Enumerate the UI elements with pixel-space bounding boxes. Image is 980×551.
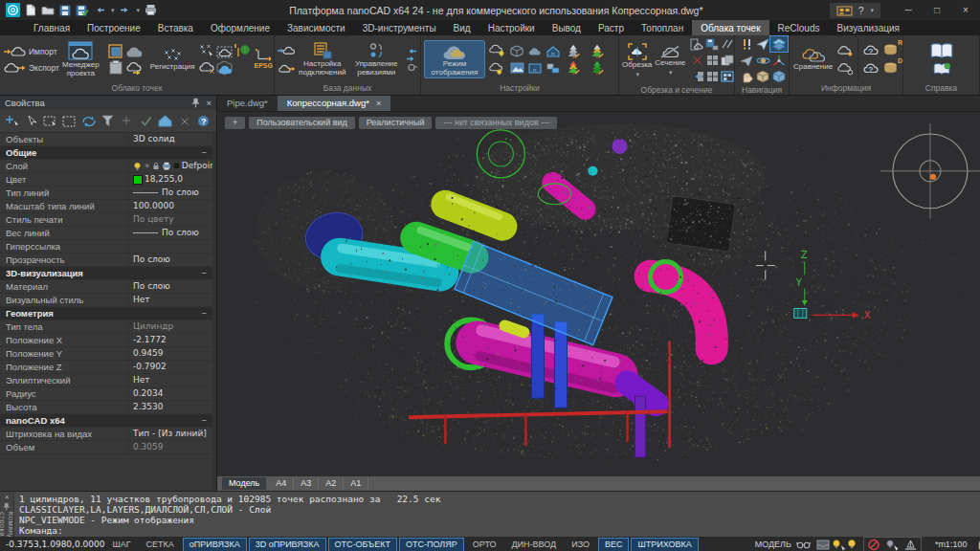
db-d-icon[interactable]: D (882, 61, 900, 77)
collapse-icon[interactable]: − (201, 146, 212, 159)
property-value[interactable]: По слою (128, 187, 212, 199)
status-toggle-ШАГ[interactable]: ШАГ (105, 538, 137, 551)
property-value[interactable]: 0.2034 (128, 387, 212, 400)
ribbon-tab-9[interactable]: Растр (590, 20, 633, 35)
status-toggle-СЕТКА[interactable]: СЕТКА (140, 538, 181, 551)
cloud-solid-icon[interactable] (125, 44, 143, 59)
collapse-icon[interactable]: − (201, 414, 212, 427)
new-file-icon[interactable] (25, 4, 36, 16)
no-entry-icon[interactable] (866, 538, 882, 551)
ribbon-tab-8[interactable]: Вывод (544, 20, 590, 35)
tree-rainbow-icon[interactable] (589, 44, 606, 59)
undo-icon[interactable] (94, 6, 105, 14)
pin-icon[interactable] (191, 98, 200, 108)
status-toggle-ОТС-ОБЪЕКТ[interactable]: ОТС-ОБЪЕКТ (328, 538, 397, 551)
save-icon[interactable] (59, 5, 71, 16)
property-value[interactable]: -0.7902 (128, 361, 212, 373)
property-row[interactable]: Гиперссылка (0, 240, 212, 253)
property-row[interactable]: МатериалПо слою (0, 280, 212, 294)
print-icon[interactable] (145, 5, 157, 15)
help-icon[interactable]: ? (858, 5, 864, 16)
status-toggle-ОРТО[interactable]: ОРТО (466, 538, 503, 551)
pan-hand-icon[interactable] (738, 69, 755, 84)
cursor-bulb-icon[interactable] (832, 538, 846, 551)
compare-button[interactable]: Сравнение (792, 47, 834, 72)
property-section[interactable]: nanoCAD x64− (0, 414, 212, 428)
status-toggle-оПРИВЯЗКА[interactable]: оПРИВЯЗКА (183, 538, 247, 551)
layers-icon[interactable] (770, 36, 788, 52)
tree-gray-icon[interactable] (565, 44, 582, 59)
ribbon-tab-0[interactable]: Главная (25, 20, 78, 35)
sheet-tab-model[interactable]: Модель (222, 477, 266, 490)
sel-rect-icon[interactable] (42, 113, 58, 129)
mini-cloud-icon[interactable] (526, 44, 544, 59)
property-row[interactable]: ПрозрачностьПо слою (0, 253, 212, 267)
tree-green-icon[interactable] (589, 60, 606, 76)
cloud-dot2-icon[interactable] (836, 61, 854, 77)
cloud-bulb-icon[interactable] (488, 43, 505, 58)
annotation-scale[interactable]: *m1:100 (935, 540, 968, 549)
cloud-db-out-icon[interactable] (278, 61, 295, 77)
win-grid-icon[interactable] (719, 69, 736, 84)
cube-iso-icon[interactable] (754, 69, 771, 84)
clip-frame-icon[interactable] (107, 44, 124, 59)
dim-cross-icon[interactable] (119, 113, 135, 129)
property-value[interactable]: 0.3059 (128, 441, 212, 453)
display-mode-button[interactable]: Режим отображения (424, 40, 485, 78)
ribbon-tab-11[interactable]: Облака точек (692, 20, 768, 35)
property-row[interactable]: Положение X-2.1772 (0, 334, 212, 347)
crop-button[interactable]: Обрезка ▾ (622, 43, 652, 77)
bulb-icon[interactable] (846, 538, 858, 551)
property-value[interactable]: По слою (128, 253, 212, 266)
property-row[interactable]: Объем0.3059 (0, 441, 212, 454)
tiny-cycle-icon[interactable] (406, 63, 417, 72)
property-value[interactable] (128, 240, 212, 253)
property-row[interactable]: Радиус0.2034 (0, 387, 212, 401)
property-section[interactable]: Общие− (0, 146, 212, 160)
property-row[interactable]: Тип телаЦилиндр (0, 320, 212, 334)
property-value[interactable]: По слою (128, 280, 212, 293)
plane-icon[interactable] (754, 36, 771, 52)
collapse-icon[interactable]: − (201, 267, 212, 279)
command-history[interactable]: 1 цилиндров, 11 участков трубопровода и … (14, 492, 980, 537)
view-name-button[interactable]: Пользовательский вид (249, 117, 354, 129)
db-r-icon[interactable]: R (882, 43, 900, 58)
mini-house-icon[interactable]: n (545, 44, 562, 59)
cube-iso2-icon[interactable] (770, 69, 788, 84)
toolbox-icon[interactable] (836, 5, 853, 16)
property-value[interactable]: Нет (128, 294, 212, 306)
ribbon-tab-5[interactable]: 3D-инструменты (354, 20, 445, 35)
status-toggle-3D оПРИВЯЗКА[interactable]: 3D оПРИВЯЗКА (249, 538, 326, 551)
redo-dropdown-icon[interactable]: ▾ (137, 7, 141, 14)
status-toggle-ШТРИХОВКА[interactable]: ШТРИХОВКА (631, 538, 698, 551)
property-row[interactable]: Объекты3D солид (0, 133, 212, 146)
help-book-icon[interactable] (929, 42, 954, 60)
pin-command-icon[interactable] (3, 502, 11, 511)
minimize-button[interactable]: ─ (894, 5, 923, 15)
ribbon-tab-4[interactable]: Зависимости (278, 20, 354, 35)
property-row[interactable]: ЭллиптическийНет (0, 374, 212, 387)
plane2-icon[interactable] (738, 53, 755, 68)
sheet-tab-A4[interactable]: A4 (269, 477, 294, 490)
property-value[interactable]: 0.9459 (128, 347, 212, 360)
cloud-dot-icon[interactable] (836, 43, 854, 58)
cloud-bulb2-icon[interactable] (488, 61, 505, 77)
bulb-cursor-icon[interactable] (884, 538, 901, 551)
property-value[interactable]: Цилиндр (128, 320, 212, 333)
funnel-icon[interactable] (100, 113, 116, 129)
property-value[interactable]: 2.3530 (128, 401, 212, 413)
model-space-label[interactable]: МОДЕЛЬ (755, 540, 791, 549)
question-cloud-icon[interactable]: ? (862, 43, 880, 58)
slash-pair-icon[interactable] (719, 36, 736, 52)
status-toggle-ОТС-ПОЛЯР[interactable]: ОТС-ПОЛЯР (399, 538, 464, 551)
point-cloud-scene[interactable]: Z Y X (217, 112, 980, 476)
collapse-icon[interactable]: − (201, 307, 212, 320)
ribbon-tab-6[interactable]: Вид (445, 20, 479, 35)
section-button[interactable]: Сечение ▾ (655, 45, 685, 76)
ribbon-tab-3[interactable]: Оформление (202, 20, 278, 35)
sel-rect2-icon[interactable] (61, 113, 78, 129)
linked-views-button[interactable]: --- нет связанных видов --- (435, 117, 557, 129)
orbit-icon[interactable] (754, 53, 771, 68)
property-value[interactable]: Тип - [Из линий] (128, 428, 212, 440)
area-cloud-icon[interactable] (216, 44, 234, 59)
